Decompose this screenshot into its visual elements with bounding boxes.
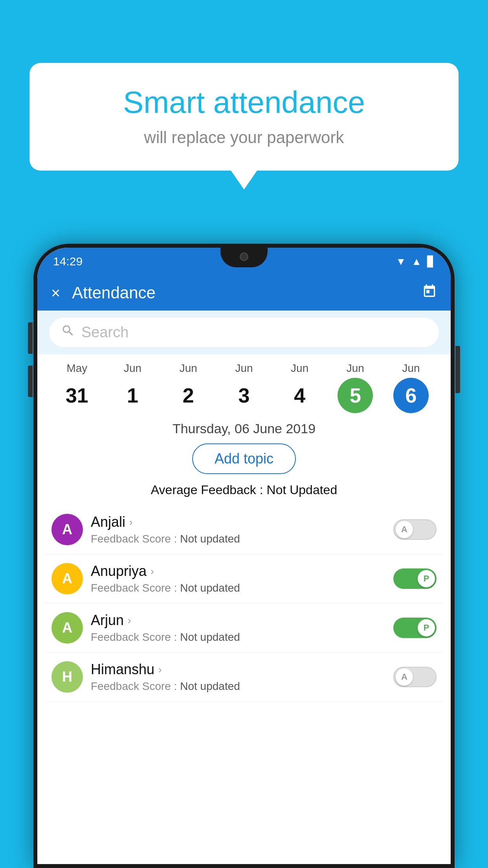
search-container: Search <box>37 311 451 354</box>
search-placeholder: Search <box>81 324 128 341</box>
signal-icon: ▲ <box>411 256 422 268</box>
cal-date-number[interactable]: 1 <box>115 378 150 413</box>
feedback-score: Feedback Score : Not updated <box>91 680 385 693</box>
calendar-day[interactable]: Jun5 <box>338 362 373 413</box>
feedback-score: Feedback Score : Not updated <box>91 631 385 644</box>
cal-month-label: Jun <box>347 362 364 375</box>
student-name: Himanshu› <box>91 661 385 678</box>
student-info: Anjali›Feedback Score : Not updated <box>91 514 385 545</box>
cal-date-number[interactable]: 3 <box>226 378 262 413</box>
feedback-value: Not Updated <box>267 483 338 497</box>
attendance-toggle[interactable]: P <box>393 618 437 638</box>
average-feedback: Average Feedback : Not Updated <box>37 483 451 497</box>
avatar: A <box>51 612 83 644</box>
avatar: A <box>51 514 83 545</box>
search-icon <box>61 324 75 341</box>
attendance-toggle[interactable]: A <box>393 667 437 687</box>
avatar: A <box>51 563 83 594</box>
cal-month-label: Jun <box>235 362 253 375</box>
calendar-day[interactable]: Jun4 <box>282 362 317 413</box>
cal-date-number[interactable]: 31 <box>59 378 95 413</box>
search-bar[interactable]: Search <box>49 318 439 347</box>
phone-screen: 14:29 ▼ ▲ ▊ × Attendance <box>37 248 451 864</box>
bubble-subtitle: will replace your paperwork <box>53 128 435 147</box>
list-item[interactable]: AAnupriya›Feedback Score : Not updatedP <box>45 554 443 603</box>
feedback-label: Average Feedback : <box>151 483 267 497</box>
chevron-right-icon: › <box>128 614 131 627</box>
cal-date-number[interactable]: 2 <box>171 378 206 413</box>
status-icons: ▼ ▲ ▊ <box>396 256 435 268</box>
cal-month-label: Jun <box>180 362 197 375</box>
cal-month-label: Jun <box>402 362 420 375</box>
attendance-toggle[interactable]: A <box>393 519 437 540</box>
header-title: Attendance <box>72 283 422 302</box>
feedback-score: Feedback Score : Not updated <box>91 533 385 545</box>
student-name: Anjali› <box>91 514 385 530</box>
battery-icon: ▊ <box>427 256 435 268</box>
student-info: Himanshu›Feedback Score : Not updated <box>91 661 385 693</box>
attendance-toggle[interactable]: P <box>393 568 437 589</box>
volume-up-button <box>28 322 33 354</box>
status-time: 14:29 <box>53 255 83 268</box>
list-item[interactable]: AAnjali›Feedback Score : Not updatedA <box>45 505 443 554</box>
list-item[interactable]: AArjun›Feedback Score : Not updatedP <box>45 603 443 653</box>
cal-date-number[interactable]: 5 <box>338 378 373 413</box>
speech-bubble: Smart attendance will replace your paper… <box>29 63 459 171</box>
student-info: Arjun›Feedback Score : Not updated <box>91 612 385 644</box>
notch <box>220 248 268 267</box>
list-item[interactable]: HHimanshu›Feedback Score : Not updatedA <box>45 653 443 702</box>
student-list: AAnjali›Feedback Score : Not updatedAAAn… <box>37 505 451 702</box>
calendar-day[interactable]: Jun2 <box>171 362 206 413</box>
student-info: Anupriya›Feedback Score : Not updated <box>91 563 385 594</box>
student-name: Anupriya› <box>91 563 385 579</box>
wifi-icon: ▼ <box>396 256 406 268</box>
phone-frame: 14:29 ▼ ▲ ▊ × Attendance <box>33 244 455 868</box>
bubble-title: Smart attendance <box>53 85 435 120</box>
chevron-right-icon: › <box>150 565 154 577</box>
student-name: Arjun› <box>91 612 385 629</box>
cal-date-number[interactable]: 4 <box>282 378 317 413</box>
calendar-day[interactable]: Jun3 <box>226 362 262 413</box>
chevron-right-icon: › <box>158 664 162 676</box>
selected-date: Thursday, 06 June 2019 <box>37 417 451 443</box>
power-button <box>455 346 460 393</box>
cal-date-number[interactable]: 6 <box>393 378 429 413</box>
calendar-day[interactable]: Jun1 <box>115 362 150 413</box>
app-header: × Attendance <box>37 275 451 311</box>
cal-month-label: May <box>66 362 87 375</box>
cal-month-label: Jun <box>291 362 308 375</box>
calendar-day[interactable]: Jun6 <box>393 362 429 413</box>
calendar-icon[interactable] <box>422 284 437 302</box>
front-camera <box>240 252 248 261</box>
calendar-day[interactable]: May31 <box>59 362 95 413</box>
add-topic-button[interactable]: Add topic <box>192 443 296 474</box>
volume-down-button <box>28 366 33 397</box>
chevron-right-icon: › <box>129 516 133 528</box>
close-button[interactable]: × <box>51 284 60 302</box>
cal-month-label: Jun <box>124 362 141 375</box>
feedback-score: Feedback Score : Not updated <box>91 582 385 594</box>
calendar-strip: May31Jun1Jun2Jun3Jun4Jun5Jun6 <box>37 354 451 417</box>
avatar: H <box>51 661 83 693</box>
